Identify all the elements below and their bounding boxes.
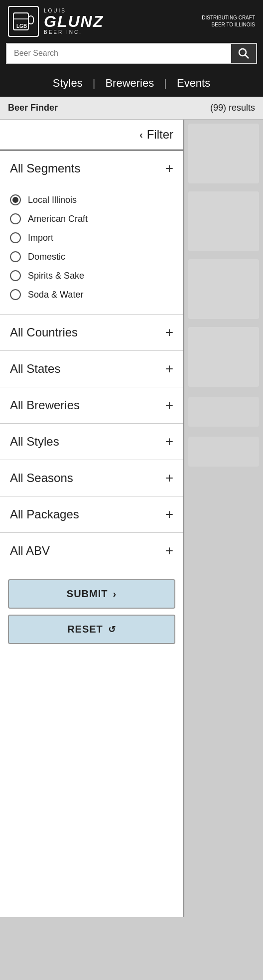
radio-soda-water bbox=[10, 289, 21, 300]
search-input[interactable] bbox=[6, 43, 231, 64]
filter-section-styles: All Styles + bbox=[0, 424, 183, 460]
filter-panel: ‹ Filter All Segments + Local Illinois bbox=[0, 120, 184, 917]
segment-label-local-illinois: Local Illinois bbox=[28, 195, 77, 205]
beer-finder-results: (99) results bbox=[210, 103, 255, 113]
filter-section-styles-label: All Styles bbox=[10, 435, 59, 449]
segment-option-local-illinois[interactable]: Local Illinois bbox=[10, 190, 173, 209]
logo-area: LGB LOUIS GLUNZ BEER INC. DISTRIBUTING C… bbox=[8, 6, 255, 37]
filter-section-styles-expand-icon: + bbox=[165, 435, 173, 449]
logo-glunz-text: GLUNZ bbox=[44, 13, 104, 29]
submit-arrow-icon: › bbox=[113, 588, 117, 600]
filter-section-states-expand-icon: + bbox=[165, 362, 173, 376]
beer-finder-title: Beer Finder bbox=[8, 103, 58, 113]
filter-section-states: All States + bbox=[0, 351, 183, 387]
logo-text: LOUIS GLUNZ BEER INC. bbox=[44, 8, 104, 35]
filter-section-breweries-label: All Breweries bbox=[10, 398, 80, 412]
filter-section-segments-label: All Segments bbox=[10, 162, 80, 175]
filter-title: Filter bbox=[147, 128, 173, 142]
segment-option-spirits-sake[interactable]: Spirits & Sake bbox=[10, 266, 173, 285]
segment-label-spirits-sake: Spirits & Sake bbox=[28, 271, 84, 281]
filter-section-seasons-label: All Seasons bbox=[10, 471, 73, 485]
filter-section-seasons-expand-icon: + bbox=[165, 471, 173, 485]
search-bar bbox=[0, 43, 263, 70]
segment-label-domestic: Domestic bbox=[28, 252, 65, 262]
svg-line-5 bbox=[246, 55, 249, 59]
nav-item-styles[interactable]: Styles bbox=[43, 77, 93, 90]
filter-section-packages-header[interactable]: All Packages + bbox=[0, 496, 183, 532]
radio-domestic bbox=[10, 251, 21, 262]
filter-section-breweries-expand-icon: + bbox=[165, 398, 173, 412]
segment-label-soda-water: Soda & Water bbox=[28, 290, 83, 300]
nav-item-breweries[interactable]: Breweries bbox=[95, 77, 164, 90]
card-placeholder-sm-1 bbox=[188, 397, 259, 427]
filter-section-breweries: All Breweries + bbox=[0, 387, 183, 424]
filter-section-segments-header[interactable]: All Segments + bbox=[0, 151, 183, 186]
filter-section-seasons: All Seasons + bbox=[0, 460, 183, 496]
radio-import bbox=[10, 232, 21, 243]
segment-label-american-craft: American Craft bbox=[28, 214, 88, 224]
filter-section-packages-expand-icon: + bbox=[165, 507, 173, 521]
filter-section-abv-expand-icon: + bbox=[165, 544, 173, 558]
filter-buttons: SUBMIT › RESET ↺ bbox=[0, 569, 183, 654]
filter-section-abv-label: All ABV bbox=[10, 544, 50, 558]
card-placeholder-1 bbox=[188, 124, 259, 183]
beer-finder-header: Beer Finder (99) results bbox=[0, 97, 263, 120]
filter-section-countries: All Countries + bbox=[0, 315, 183, 351]
reset-icon: ↺ bbox=[108, 624, 116, 635]
card-placeholder-4 bbox=[188, 327, 259, 387]
radio-american-craft bbox=[10, 213, 21, 224]
filter-section-abv-header[interactable]: All ABV + bbox=[0, 533, 183, 569]
filter-section-styles-header[interactable]: All Styles + bbox=[0, 424, 183, 460]
back-icon[interactable]: ‹ bbox=[139, 129, 143, 141]
reset-button[interactable]: RESET ↺ bbox=[8, 615, 175, 644]
segment-option-american-craft[interactable]: American Craft bbox=[10, 209, 173, 228]
filter-section-breweries-header[interactable]: All Breweries + bbox=[0, 387, 183, 423]
segment-option-soda-water[interactable]: Soda & Water bbox=[10, 285, 173, 304]
header: LGB LOUIS GLUNZ BEER INC. DISTRIBUTING C… bbox=[0, 0, 263, 43]
segments-options: Local Illinois American Craft Import Dom… bbox=[0, 186, 183, 314]
logo-icon: LGB bbox=[8, 6, 39, 37]
filter-section-countries-label: All Countries bbox=[10, 326, 78, 339]
logo-beer-text: BEER INC. bbox=[44, 29, 104, 35]
right-panel bbox=[184, 120, 263, 917]
card-placeholder-3 bbox=[188, 259, 259, 319]
nav: Styles | Breweries | Events bbox=[0, 70, 263, 97]
filter-header: ‹ Filter bbox=[0, 120, 183, 151]
filter-section-segments-expand-icon: + bbox=[165, 162, 173, 175]
filter-section-countries-expand-icon: + bbox=[165, 326, 173, 339]
filter-section-states-header[interactable]: All States + bbox=[0, 351, 183, 387]
segment-option-import[interactable]: Import bbox=[10, 228, 173, 247]
search-button[interactable] bbox=[231, 43, 257, 64]
svg-point-4 bbox=[239, 49, 246, 56]
filter-section-states-label: All States bbox=[10, 362, 60, 376]
card-placeholder-sm-2 bbox=[188, 437, 259, 467]
filter-section-packages-label: All Packages bbox=[10, 507, 79, 521]
nav-item-events[interactable]: Events bbox=[167, 77, 220, 90]
card-placeholder-2 bbox=[188, 191, 259, 251]
filter-section-seasons-header[interactable]: All Seasons + bbox=[0, 460, 183, 496]
search-icon bbox=[238, 47, 250, 59]
filter-section-countries-header[interactable]: All Countries + bbox=[0, 315, 183, 350]
segment-option-domestic[interactable]: Domestic bbox=[10, 247, 173, 266]
svg-rect-1 bbox=[28, 16, 33, 24]
radio-inner-local-illinois bbox=[12, 197, 18, 203]
reset-label: RESET bbox=[67, 624, 103, 635]
radio-spirits-sake bbox=[10, 270, 21, 281]
filter-section-segments: All Segments + Local Illinois American C… bbox=[0, 151, 183, 315]
submit-label: SUBMIT bbox=[67, 588, 108, 600]
logo-tagline: DISTRIBUTING CRAFT BEER TO ILLINOIS bbox=[202, 14, 255, 28]
svg-text:LGB: LGB bbox=[16, 23, 27, 29]
main-layout: ‹ Filter All Segments + Local Illinois bbox=[0, 120, 263, 917]
submit-button[interactable]: SUBMIT › bbox=[8, 579, 175, 609]
radio-local-illinois bbox=[10, 194, 21, 205]
filter-section-abv: All ABV + bbox=[0, 533, 183, 569]
segment-label-import: Import bbox=[28, 233, 53, 243]
filter-section-packages: All Packages + bbox=[0, 496, 183, 533]
